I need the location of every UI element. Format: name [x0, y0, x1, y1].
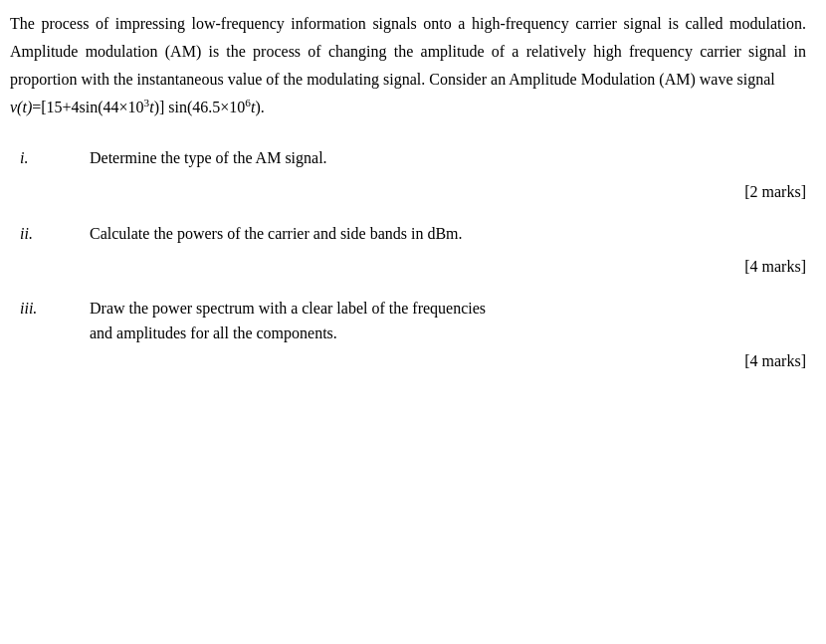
question-iii-text: Draw the power spectrum with a clear lab… [90, 296, 806, 346]
question-ii-label: ii. [10, 221, 90, 247]
question-i-marks: [2 marks] [10, 179, 806, 205]
math-equals: =[15+4sin(44×10 [32, 99, 143, 115]
questions-section: i. Determine the type of the AM signal. … [10, 145, 806, 373]
question-iii: iii. Draw the power spectrum with a clea… [10, 296, 806, 346]
question-iii-marks: [4 marks] [10, 348, 806, 374]
question-ii: ii. Calculate the powers of the carrier … [10, 221, 806, 247]
math-period: ). [255, 99, 264, 115]
question-ii-block: ii. Calculate the powers of the carrier … [10, 221, 806, 280]
main-paragraph: The process of impressing low-frequency … [10, 10, 806, 121]
question-i-text: Determine the type of the AM signal. [90, 145, 806, 171]
question-iii-line1: Draw the power spectrum with a clear lab… [90, 300, 486, 317]
question-ii-text: Calculate the powers of the carrier and … [90, 221, 806, 247]
question-i-label: i. [10, 145, 90, 171]
question-i: i. Determine the type of the AM signal. [10, 145, 806, 171]
math-expression: v(t)=[15+4sin(44×103t)] sin(46.5×106t). [10, 99, 265, 115]
question-iii-label: iii. [10, 296, 90, 322]
math-bracket: )] sin(46.5×10 [154, 99, 246, 115]
question-i-block: i. Determine the type of the AM signal. … [10, 145, 806, 204]
question-iii-block: iii. Draw the power spectrum with a clea… [10, 296, 806, 374]
paragraph-text: The process of impressing low-frequency … [10, 15, 806, 88]
math-v: v(t) [10, 99, 32, 115]
question-ii-marks: [4 marks] [10, 254, 806, 280]
question-iii-line2: and amplitudes for all the components. [90, 324, 337, 341]
